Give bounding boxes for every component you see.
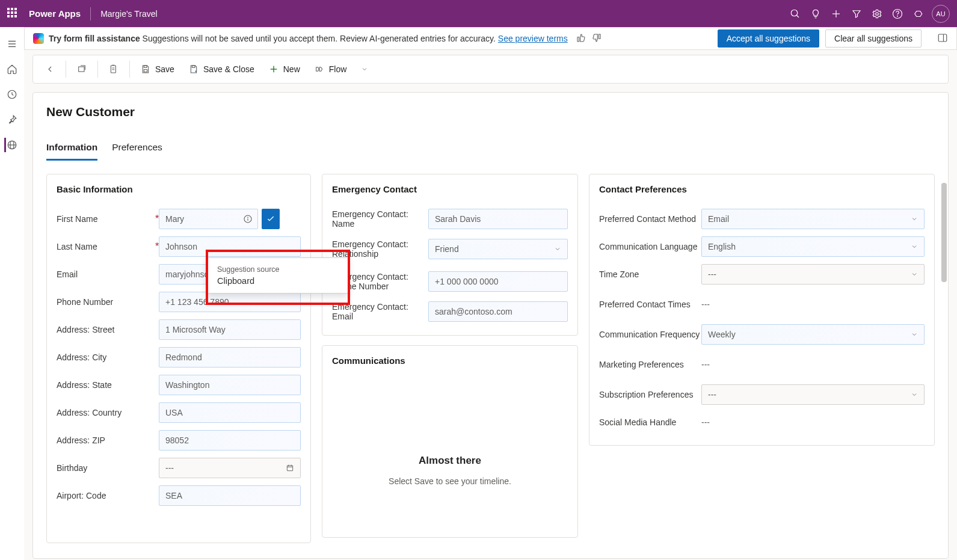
separator [66,61,66,78]
select-pref-tz[interactable]: --- [701,264,925,285]
row-pref-times: Preferred Contact Times --- [599,288,925,321]
avatar[interactable]: AU [932,5,950,23]
chevron-down-icon [911,391,918,398]
row-ec-name: Emergency Contact: Name Sarah Davis [332,205,568,233]
input-ec-email[interactable]: sarah@contoso.com [428,301,568,322]
select-ec-relationship[interactable]: Friend [428,239,568,259]
input-ec-phone[interactable]: +1 000 000 0000 [428,271,568,292]
input-street[interactable]: 1 Microsoft Way [159,319,301,340]
site-rail [0,27,24,560]
row-pref-marketing: Marketing Preferences --- [599,348,925,381]
add-icon[interactable] [826,4,846,24]
row-first-name: First Name * Mary [57,205,301,233]
label-last-name: Last Name [57,242,159,251]
svg-point-0 [791,10,798,16]
settings-icon[interactable] [867,4,887,24]
svg-point-6 [897,16,898,16]
rail-pin-icon[interactable] [5,112,19,127]
label-email: Email [57,269,159,279]
input-last-name[interactable]: Johnson [159,236,301,257]
row-last-name: Last Name * Johnson [57,233,301,260]
back-button[interactable] [39,57,61,81]
row-pref-freq: Communication Frequency Weekly [599,321,925,348]
rail-home-icon[interactable] [5,62,19,76]
search-icon[interactable] [785,4,805,24]
label-ec-relationship: Emergency Contact: Relationship [332,239,428,259]
svg-rect-19 [144,70,147,72]
label-birthday: Birthday [57,463,159,473]
input-zip[interactable]: 98052 [159,430,301,451]
label-pref-lang: Communication Language [599,242,701,251]
lightbulb-icon[interactable] [805,4,826,24]
accept-suggestion-button[interactable] [262,209,280,229]
thumbs-up-icon[interactable] [576,33,586,45]
global-header: Power Apps Margie's Travel AU [0,0,957,27]
chevron-down-icon [554,245,561,253]
svg-rect-17 [111,66,115,73]
select-pref-lang[interactable]: English [701,236,925,257]
label-airport: Airport: Code [57,491,159,500]
timeline-empty: Almost there Select Save to see your tim… [332,377,568,486]
save-close-button[interactable]: Save & Close [183,57,260,81]
input-first-name[interactable]: Mary [159,209,258,229]
svg-line-1 [796,15,799,17]
label-pref-freq: Communication Frequency [599,330,701,339]
label-zip: Address: ZIP [57,435,159,445]
suggestion-source-flyout: Suggestion source Clipboard [207,257,348,294]
rail-menu-icon[interactable] [5,37,19,51]
input-birthday[interactable]: --- [159,458,301,478]
tab-information[interactable]: Information [46,142,97,161]
basic-info-title: Basic Information [57,184,301,194]
input-city[interactable]: Redmond [159,347,301,368]
app-launcher-icon[interactable] [7,8,19,20]
row-pref-method: Preferred Contact Method Email [599,205,925,233]
label-ec-email: Emergency Contact: Email [332,302,428,321]
value-pref-social: --- [701,417,925,427]
task-button[interactable] [103,57,125,81]
label-street: Address: Street [57,325,159,334]
row-ec-phone: Emergency Contact: Phone Number +1 000 0… [332,265,568,298]
input-airport[interactable]: SEA [159,485,301,506]
input-ec-name[interactable]: Sarah Davis [428,209,568,229]
scroll-thumb[interactable] [941,183,947,282]
tab-preferences[interactable]: Preferences [112,142,162,161]
flow-button[interactable]: Flow [309,57,374,81]
chevron-down-icon [911,243,918,250]
emergency-contact-card: Emergency Contact Emergency Contact: Nam… [322,174,578,336]
input-state[interactable]: Washington [159,375,301,395]
new-button[interactable]: New [263,57,306,81]
input-phone[interactable]: +1 123 456 7890 [159,292,301,312]
rail-recent-icon[interactable] [5,87,19,102]
calendar-icon [286,464,294,472]
row-ec-relationship: Emergency Contact: Relationship Friend [332,233,568,265]
label-ec-name: Emergency Contact: Name [332,209,428,229]
select-pref-subscription[interactable]: --- [701,384,925,405]
middle-column: Emergency Contact Emergency Contact: Nam… [322,174,578,543]
info-icon[interactable] [243,214,253,226]
row-birthday: Birthday --- [57,454,301,482]
copilot-pane-icon[interactable] [937,32,948,45]
preview-terms-link[interactable]: See preview terms [498,34,568,43]
ai-sparkle-icon [33,33,44,44]
select-pref-freq[interactable]: Weekly [701,324,925,345]
open-new-window-button[interactable] [71,57,93,81]
copilot-icon[interactable] [908,4,928,24]
rail-globe-icon[interactable] [4,138,19,152]
filter-icon[interactable] [846,4,867,24]
save-button[interactable]: Save [135,57,180,81]
select-pref-method[interactable]: Email [701,209,925,229]
clear-all-button[interactable]: Clear all suggestions [825,29,922,48]
row-zip: Address: ZIP 98052 [57,426,301,454]
separator [129,61,130,78]
flow-label: Flow [329,64,347,74]
separator [90,7,91,20]
svg-rect-18 [144,66,147,67]
label-phone: Phone Number [57,297,159,307]
form-tabs: Information Preferences [46,142,935,161]
accept-all-button[interactable]: Accept all suggestions [718,29,819,48]
label-pref-times: Preferred Contact Times [599,300,701,309]
input-country[interactable]: USA [159,402,301,423]
scrollbar[interactable] [941,183,947,538]
thumbs-down-icon[interactable] [592,33,602,45]
help-icon[interactable] [887,4,908,24]
